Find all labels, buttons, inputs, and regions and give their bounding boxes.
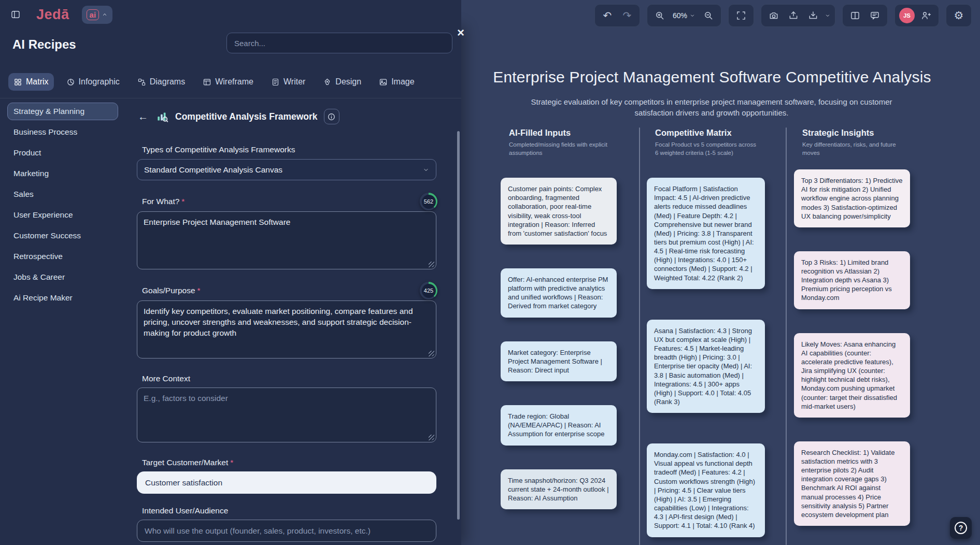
capture-export-group (761, 4, 835, 27)
category-strategy-planning[interactable]: Strategy & Planning (7, 103, 118, 120)
ai-recipes-panel: AI Recipes Matrix Infographic Diagrams W… (0, 25, 461, 545)
sticky-card[interactable]: Research Checklist: 1) Validate satisfac… (794, 441, 910, 526)
chevron-up-icon (102, 11, 108, 18)
tab-label: Wireframe (215, 77, 253, 87)
account-group: JS (894, 4, 939, 27)
sticky-card[interactable]: Top 3 Differentiators: 1) Predictive AI … (794, 169, 910, 227)
settings-button[interactable]: ⚙ (950, 7, 967, 24)
tab-label: Design (335, 77, 361, 87)
sticky-card[interactable]: Likely Moves: Asana enhancing AI capabil… (794, 333, 910, 418)
download-button[interactable] (805, 7, 821, 24)
sticky-card[interactable]: Market category: Enterprise Project Mana… (501, 341, 617, 381)
sticky-card[interactable]: Customer pain points: Complex onboarding… (501, 178, 617, 245)
redo-button[interactable]: ↷ (619, 7, 635, 24)
form-title: Competitive Analysis Framework (175, 111, 318, 122)
frame-select-button[interactable] (733, 7, 749, 24)
panel-scrollbar[interactable] (457, 131, 460, 520)
more-context-textarea[interactable] (137, 388, 436, 442)
canvas-column-competitive-matrix: Competitive Matrix Focal Product vs 5 co… (647, 128, 765, 537)
view-group (842, 4, 888, 27)
chevron-down-icon (423, 167, 429, 173)
chevron-down-icon[interactable] (825, 12, 831, 19)
tab-image[interactable]: Image (374, 73, 419, 91)
column-caption: Key differentiators, risks, and future m… (794, 141, 904, 157)
tab-design[interactable]: Design (318, 73, 366, 91)
category-jobs-career[interactable]: Jobs & Career (7, 268, 118, 286)
canvas-column-strategic-insights: Strategic Insights Key differentiators, … (794, 128, 910, 526)
category-sales[interactable]: Sales (7, 185, 118, 203)
zoom-in-button[interactable] (651, 7, 668, 24)
zoom-level-dropdown[interactable]: 60% (671, 11, 697, 20)
wireframe-icon (203, 78, 211, 87)
image-icon (379, 78, 388, 87)
tab-label: Image (391, 77, 414, 87)
settings-group: ⚙ (946, 4, 972, 27)
panel-title: AI Recipes (12, 37, 76, 52)
invite-collaborator-button[interactable] (918, 7, 934, 24)
canvas-title: Enterprise Project Management Software C… (481, 68, 943, 86)
sticky-card[interactable]: Offer: AI-enhanced enterprise PM platfor… (501, 268, 617, 318)
for-what-label-row: For What?* 562 (137, 197, 436, 207)
sidebar-toggle-button[interactable] (7, 6, 24, 23)
help-button[interactable]: ? (950, 517, 972, 539)
zoom-group: 60% (647, 4, 721, 27)
category-user-experience[interactable]: User Experience (7, 206, 118, 224)
tab-writer[interactable]: Writer (266, 73, 310, 91)
tab-diagrams[interactable]: Diagrams (132, 73, 190, 91)
sticky-card[interactable]: Time snapshot/horizon: Q3 2024 current s… (501, 469, 617, 509)
category-retrospective[interactable]: Retrospective (7, 248, 118, 265)
frame-icon (736, 10, 746, 21)
zoom-out-button[interactable] (700, 7, 717, 24)
back-button[interactable]: ← (137, 111, 149, 123)
user-avatar[interactable]: JS (899, 8, 915, 23)
category-marketing[interactable]: Marketing (7, 165, 118, 182)
tab-label: Writer (283, 77, 305, 87)
recipe-form: ← Competitive Analysis Framework Types o… (137, 104, 436, 542)
sticky-card[interactable]: Trade region: Global (NA/EMEA/APAC) | Re… (501, 405, 617, 445)
for-what-textarea[interactable]: Enterprise Project Management Software (137, 211, 436, 269)
split-view-button[interactable] (847, 7, 863, 24)
upload-button[interactable] (785, 7, 802, 24)
form-header: ← Competitive Analysis Framework (137, 108, 436, 125)
category-business-process[interactable]: Business Process (7, 123, 118, 141)
goals-label-row: Goals/Purpose* 425 (137, 286, 436, 296)
add-person-icon (921, 10, 931, 21)
category-ai-recipe-maker[interactable]: Ai Recipe Maker (7, 289, 118, 307)
sticky-card[interactable]: Focal Platform | Satisfaction Impact: 4.… (647, 178, 765, 289)
search-input[interactable] (226, 33, 452, 53)
download-icon (808, 10, 818, 21)
category-customer-success[interactable]: Customer Success (7, 227, 118, 245)
intended-user-input[interactable] (137, 520, 436, 542)
more-context-field-wrap (137, 388, 436, 442)
undo-button[interactable]: ↶ (599, 7, 616, 24)
category-list: Strategy & Planning Business Process Pro… (7, 103, 118, 307)
char-counter-badge: 425 (420, 282, 437, 299)
tab-matrix[interactable]: Matrix (8, 73, 54, 91)
upload-icon (788, 10, 799, 21)
zoom-level-value: 60% (673, 11, 687, 20)
target-customer-input[interactable] (137, 471, 436, 494)
close-panel-button[interactable]: × (454, 26, 467, 39)
intended-user-label: Intended User/Audience (137, 506, 436, 515)
category-product[interactable]: Product (7, 144, 118, 162)
sticky-card[interactable]: Asana | Satisfaction: 4.3 | Strong UX bu… (647, 320, 765, 413)
more-context-label: More Context (137, 374, 436, 383)
sticky-card[interactable]: Monday.com | Satisfaction: 4.0 | Visual … (647, 443, 765, 537)
sticky-card[interactable]: Top 3 Risks: 1) Limited brand recognitio… (794, 251, 910, 309)
comments-button[interactable] (867, 7, 883, 24)
framework-type-select[interactable]: Standard Competitive Analysis Canvas (137, 159, 436, 180)
canvas-subtitle: Strategic evaluation of key competitors … (514, 96, 909, 118)
canvas-column-ai-filled-inputs: AI-Filled Inputs Completed/missing field… (501, 128, 617, 509)
redo-icon: ↷ (623, 10, 632, 21)
screenshot-button[interactable] (765, 7, 782, 24)
frame-group (728, 4, 754, 27)
pen-nib-icon (323, 78, 332, 87)
info-button[interactable] (324, 109, 339, 124)
jeda-logo[interactable]: Jedā (36, 7, 69, 23)
ai-menu-button[interactable]: ai (82, 6, 113, 24)
goals-textarea[interactable]: Identify key competitors, evaluate marke… (137, 300, 436, 358)
tab-label: Infographic (79, 77, 120, 87)
gear-icon: ⚙ (954, 10, 964, 21)
tab-wireframe[interactable]: Wireframe (197, 73, 259, 91)
tab-infographic[interactable]: Infographic (61, 73, 125, 91)
